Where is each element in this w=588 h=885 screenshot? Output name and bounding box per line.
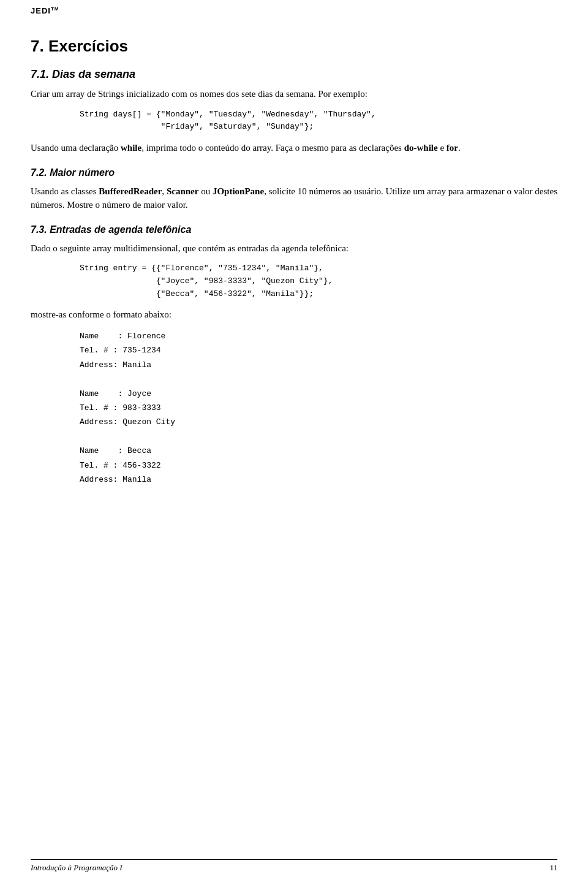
chapter-number: 7.	[31, 37, 44, 55]
chapter-title: 7. Exercícios	[31, 37, 557, 56]
header-superscript: TM	[51, 6, 59, 12]
section-7-2-para1: Usando as classes BufferedReader, Scanne…	[31, 184, 557, 212]
header-title: JEDITM	[31, 6, 59, 15]
chapter-name: Exercícios	[48, 37, 128, 55]
section-7-3-para2: mostre-as conforme o formato abaixo:	[31, 308, 557, 322]
section-7-2-number: 7.2.	[31, 167, 47, 178]
section-7-1-code: String days[] = {"Monday", "Tuesday", "W…	[80, 108, 557, 134]
section-7-2-title: 7.2. Maior número	[31, 167, 557, 178]
section-7-3-name: Entradas de agenda telefônica	[50, 224, 191, 235]
section-7-1-para1: Criar um array de Strings inicializado c…	[31, 87, 557, 101]
section-7-3-para1: Dado o seguinte array multidimensional, …	[31, 241, 557, 256]
header-brand: JEDI	[31, 6, 51, 15]
section-7-1-name: Dias da semana	[52, 68, 135, 80]
section-7-1-title: 7.1. Dias da semana	[31, 68, 557, 81]
footer-left-text: Introdução à Programação I	[31, 863, 123, 873]
main-content: 7. Exercícios 7.1. Dias da semana Criar …	[31, 37, 557, 487]
section-7-1-para2: Usando uma declaração while, imprima tod…	[31, 141, 557, 155]
section-7-2-name: Maior número	[50, 167, 115, 178]
page-header: JEDITM	[31, 6, 557, 15]
section-7-3-code: String entry = {{"Florence", "735-1234",…	[80, 262, 557, 300]
section-7-3-output: Name : Florence Tel. # : 735-1234 Addres…	[80, 329, 557, 487]
section-7-3-title: 7.3. Entradas de agenda telefônica	[31, 224, 557, 235]
footer-page-number: 11	[549, 863, 557, 873]
page-container: JEDITM 7. Exercícios 7.1. Dias da semana…	[0, 0, 588, 885]
section-7-1-number: 7.1.	[31, 68, 49, 80]
page-footer: Introdução à Programação I 11	[31, 859, 557, 873]
section-7-3-number: 7.3.	[31, 224, 47, 235]
